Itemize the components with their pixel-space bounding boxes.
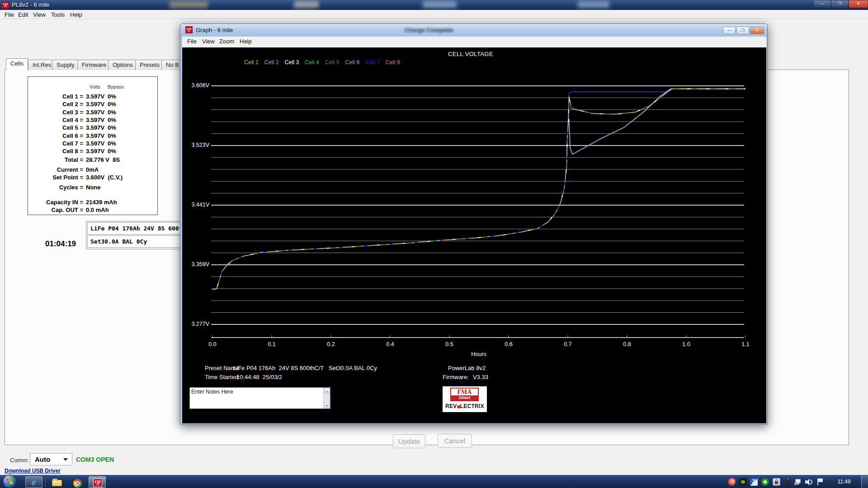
menu-zoom[interactable]: Zoom (217, 38, 236, 45)
menu-help[interactable]: Help (68, 11, 85, 19)
start-button[interactable] (3, 474, 17, 488)
fma-direct-logo: FMA Direct (450, 388, 479, 401)
menu-view[interactable]: View (31, 11, 48, 19)
satellite-dish-icon[interactable] (783, 478, 791, 486)
network-icon[interactable] (794, 478, 802, 486)
notes-scrollbar[interactable]: ▲ ▼ (323, 388, 330, 408)
ccleaner-icon[interactable] (728, 478, 736, 486)
time-started-value: 10:44:48 25/03/2 (236, 374, 282, 380)
menu-edit[interactable]: Edit (16, 11, 30, 19)
blurred-titlebar-item (294, 1, 319, 8)
x-axis-title: Hours (456, 351, 501, 357)
clock[interactable]: 11:49 (834, 479, 854, 485)
graph-menubar: File View Zoom Help (182, 37, 766, 47)
maximize-button[interactable]: ❐ (736, 27, 749, 34)
windows-logo-icon (6, 478, 13, 484)
chart-title: CELL VOLTAGE (432, 51, 509, 57)
menu-file[interactable]: File (2, 11, 16, 19)
firmware-value: V3.33 (473, 374, 488, 380)
taskbar-separator (45, 477, 46, 487)
volume-icon[interactable] (805, 478, 813, 486)
bypass-header: Bypass (108, 84, 124, 89)
comm-label: Comm: (10, 457, 29, 464)
tab-presets[interactable]: Presets (135, 60, 164, 70)
graph-window-titlebar[interactable]: FMA Graph - 6 mile Charge Complete — ❐ ✕ (180, 24, 767, 36)
blurred-titlebar-item (423, 1, 457, 8)
nvidia-icon[interactable] (739, 478, 747, 486)
scroll-up-icon[interactable]: ▲ (324, 388, 330, 394)
status-green-icon[interactable] (761, 478, 769, 486)
blurred-titlebar-item (170, 1, 208, 8)
revolectrix-o-icon (457, 405, 460, 408)
maximize-button[interactable]: ❐ (831, 0, 849, 8)
chevron-down-icon (63, 458, 68, 461)
device-name: PowerLab 8v2 (448, 365, 486, 371)
firmware-label: Firmware: (443, 374, 469, 380)
main-window-title: PL8v2 - 6 mile (12, 1, 49, 8)
notes-placeholder-text: Enter Notes Here (191, 389, 233, 395)
elapsed-timer: 01:04:19 (45, 239, 76, 249)
menu-help[interactable]: Help (237, 38, 254, 45)
tab-firmware[interactable]: Firmware (77, 60, 111, 70)
taskbar: e FMA Z 11:49 (0, 475, 868, 488)
menu-tools[interactable]: Tools (49, 11, 67, 19)
revolectrix-wordmark: REVLECTRIX (443, 403, 487, 409)
close-button[interactable]: ✕ (849, 0, 868, 8)
graph-window: FMA Graph - 6 mile Charge Complete — ❐ ✕… (180, 23, 768, 425)
zonealarm-icon[interactable]: Z (750, 478, 758, 486)
fma-revolectrix-logo: FMA Direct REVLECTRIX (443, 386, 487, 412)
graph-window-title: Graph - 6 mile (196, 27, 233, 33)
notes-input[interactable]: Enter Notes Here ▲ ▼ (189, 387, 330, 409)
app-icon: FMA (185, 26, 193, 33)
menu-view[interactable]: View (200, 38, 217, 45)
comm-port-value: Auto (35, 455, 50, 463)
pl8v2-taskbar-icon[interactable]: FMA (89, 476, 106, 488)
internet-explorer-icon[interactable]: e (25, 476, 42, 488)
show-desktop-button[interactable] (861, 475, 868, 488)
voltage-chart: 3.606V3.523V3.441V3.359V3.277V0.00.10.20… (182, 47, 766, 423)
download-usb-driver-link[interactable]: Download USB Driver (5, 468, 61, 474)
main-window-titlebar[interactable]: FMA PL8v2 - 6 mile — ❐ ✕ (0, 0, 868, 10)
tab-options[interactable]: Options (108, 60, 137, 70)
app-icon: FMA (2, 1, 9, 9)
tab-supply[interactable]: Supply (52, 60, 79, 70)
volts-header: Volts (90, 84, 100, 89)
minimize-button[interactable]: — (813, 0, 831, 8)
minimize-button[interactable]: — (723, 27, 736, 34)
tab-cells[interactable]: Cells (6, 58, 28, 70)
menu-file[interactable]: File (185, 38, 199, 45)
windows-explorer-icon[interactable] (48, 476, 65, 488)
comm-status-text: COM3 OPEN (76, 456, 114, 463)
time-started-label: Time Started: (205, 374, 240, 380)
charge-complete-blurred-title: Charge Complete (393, 27, 465, 33)
close-button[interactable]: ✕ (750, 27, 764, 34)
update-button[interactable]: Update (393, 434, 425, 448)
blurred-titlebar-item (578, 1, 609, 8)
comm-port-dropdown[interactable]: Auto (30, 453, 72, 465)
preset-name-value: LiFe P04 176Ah 24V 8S 600thC/T Set30.0A … (233, 365, 377, 371)
cell-voltage-readout-panel: Volts Bypass Cell 1 =3.597V0%Cell 2 =3.5… (28, 76, 158, 215)
chrome-icon[interactable] (69, 476, 86, 488)
action-center-flag-icon[interactable] (816, 478, 824, 486)
scroll-down-icon[interactable]: ▼ (324, 403, 330, 408)
main-menubar: File Edit View Tools Help (0, 10, 868, 19)
cancel-button[interactable]: Cancel (438, 434, 472, 448)
certificate-lock-icon[interactable] (773, 478, 780, 486)
